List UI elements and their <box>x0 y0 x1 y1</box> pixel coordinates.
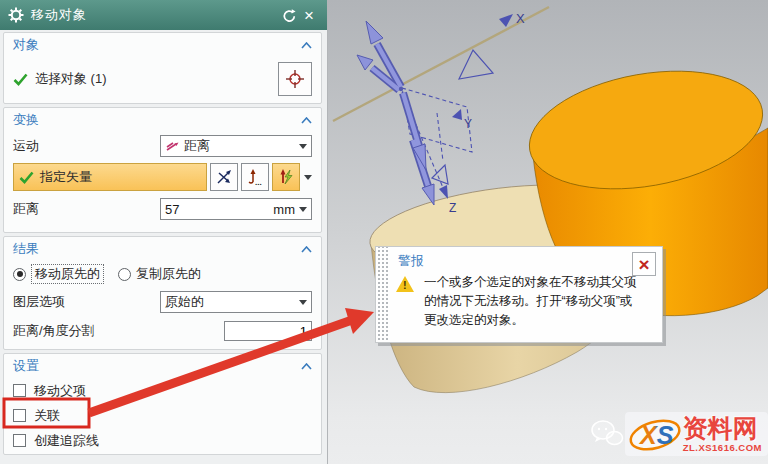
alert-grip[interactable] <box>376 247 389 342</box>
xs-logo-text: XS <box>638 421 674 449</box>
checkbox-traceline[interactable] <box>13 434 26 447</box>
distance-input[interactable] <box>165 202 225 217</box>
collapse-chevron-icon[interactable] <box>301 363 312 370</box>
axis-y-label: Y <box>464 117 472 131</box>
checkbox-traceline-label[interactable]: 创建追踪线 <box>34 432 99 450</box>
vector-dialog-button[interactable] <box>210 163 238 191</box>
section-transform: 变换 运动 距离 <box>3 107 322 233</box>
inferred-vector-button[interactable]: ... <box>241 163 269 191</box>
distance-field: mm <box>160 198 312 220</box>
checkbox-associative[interactable] <box>13 409 26 422</box>
dialog-titlebar: 移动对象 × <box>0 0 327 30</box>
inferred-vector-icon: ... <box>246 168 264 186</box>
close-icon: × <box>304 7 314 24</box>
collapse-chevron-icon[interactable] <box>301 42 312 49</box>
point-dialog-button[interactable] <box>278 62 312 96</box>
alert-title: 警报 <box>398 252 424 270</box>
check-icon <box>19 171 34 184</box>
division-input[interactable] <box>224 321 312 341</box>
distance-label: 距离 <box>13 200 39 218</box>
vector-options-caret[interactable] <box>304 175 312 180</box>
reset-button[interactable] <box>279 5 299 25</box>
wechat-icon <box>589 417 625 451</box>
check-icon <box>13 73 28 86</box>
gear-icon <box>8 7 24 23</box>
division-label: 距离/角度分割 <box>13 322 95 340</box>
auto-vector-button[interactable] <box>272 163 300 191</box>
alert-close-icon: × <box>638 255 649 274</box>
dialog-title: 移动对象 <box>31 6 279 24</box>
motion-label: 运动 <box>13 137 39 155</box>
axis-x-label: X <box>516 11 525 26</box>
checkbox-associative-label[interactable]: 关联 <box>34 407 60 425</box>
radio-copy-original[interactable] <box>118 268 131 281</box>
layer-option-label: 图层选项 <box>13 293 65 311</box>
xs-logo: XS <box>627 413 683 455</box>
crosshair-icon <box>285 69 305 89</box>
vector-flash-icon <box>277 168 295 186</box>
distance-unit[interactable]: mm <box>273 202 295 217</box>
select-object-label: 选择对象 (1) <box>35 70 107 88</box>
move-object-dialog: 移动对象 × 对象 选择对 <box>0 0 328 464</box>
specify-vector-field[interactable]: 指定矢量 <box>13 163 207 191</box>
checkbox-move-parent-label[interactable]: 移动父项 <box>34 382 86 400</box>
crossed-arrows-icon <box>215 168 233 186</box>
objects-header: 对象 <box>13 36 39 54</box>
checkbox-move-parent[interactable] <box>13 384 26 397</box>
distance-motion-icon <box>165 140 180 152</box>
result-header: 结果 <box>13 240 39 258</box>
watermark-url: ZL.XS1616.COM <box>683 443 762 453</box>
motion-dropdown[interactable]: 距离 <box>160 135 312 157</box>
watermark-box: XS 资料网 ZL.XS1616.COM <box>625 412 768 456</box>
svg-text:...: ... <box>255 178 262 186</box>
warning-icon: ! <box>396 276 414 292</box>
radio-copy-original-label[interactable]: 复制原先的 <box>136 265 201 283</box>
specify-vector-label: 指定矢量 <box>40 168 92 186</box>
unit-caret[interactable] <box>299 207 307 212</box>
alert-dialog: 警报 × ! 一个或多个选定的对象在不移动其父项的情况下无法移动。打开“移动父项… <box>375 246 663 343</box>
section-result: 结果 移动原先的 复制原先的 图层选项 原始的 <box>3 236 322 350</box>
radio-move-original-label[interactable]: 移动原先的 <box>31 264 104 284</box>
settings-header: 设置 <box>13 357 39 375</box>
section-settings: 设置 移动父项 关联 创建追踪线 <box>3 353 322 455</box>
axis-z-label: Z <box>449 201 456 215</box>
reset-icon <box>282 8 297 23</box>
alert-message: 一个或多个选定的对象在不移动其父项的情况下无法移动。打开“移动父项”或更改选定的… <box>424 273 640 330</box>
watermark-name: 资料网 <box>683 416 762 441</box>
close-button[interactable]: × <box>299 5 319 25</box>
motion-value: 距离 <box>184 137 210 155</box>
caret-icon <box>299 144 307 149</box>
radio-move-original[interactable] <box>13 268 26 281</box>
collapse-chevron-icon[interactable] <box>301 246 312 253</box>
scene-svg: X Y Z <box>328 0 768 464</box>
screen: X Y Z 警报 × ! 一个或多个选定的对象在不移动其父项的情况下无法移动。打… <box>0 0 768 464</box>
transform-header: 变换 <box>13 111 39 129</box>
watermark: XS 资料网 ZL.XS1616.COM <box>589 412 768 456</box>
layer-value: 原始的 <box>165 293 204 311</box>
collapse-chevron-icon[interactable] <box>301 117 312 124</box>
viewport-3d[interactable]: X Y Z <box>328 0 768 464</box>
layer-dropdown[interactable]: 原始的 <box>160 291 312 313</box>
section-objects: 对象 选择对象 (1) <box>3 32 322 104</box>
caret-icon <box>299 300 307 305</box>
